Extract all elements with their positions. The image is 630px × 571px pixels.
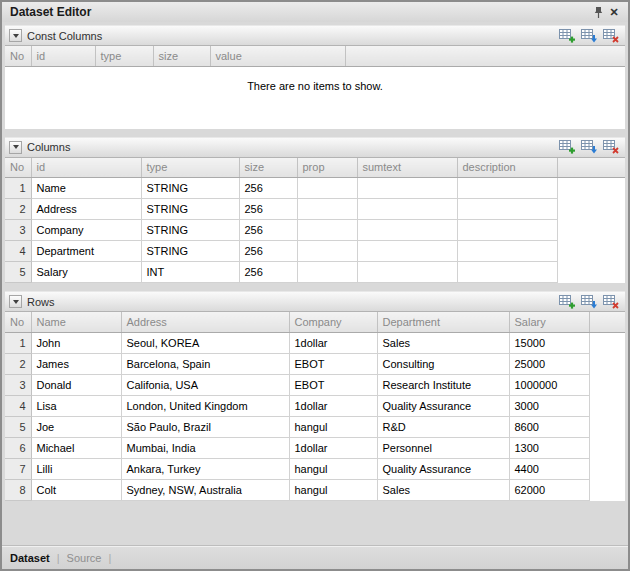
- cell[interactable]: 1dollar: [289, 332, 377, 353]
- insert-row-icon[interactable]: [580, 140, 597, 155]
- cell[interactable]: Sydney, NSW, Australia: [121, 479, 289, 500]
- cell[interactable]: 1300: [509, 437, 589, 458]
- cell[interactable]: [357, 220, 457, 241]
- delete-row-icon[interactable]: [602, 140, 619, 155]
- cell[interactable]: Seoul, KOREA: [121, 332, 289, 353]
- cell[interactable]: James: [31, 353, 121, 374]
- cell[interactable]: STRING: [141, 241, 239, 262]
- cell[interactable]: Mumbai, India: [121, 437, 289, 458]
- delete-row-icon[interactable]: [602, 294, 619, 309]
- cell[interactable]: 15000: [509, 332, 589, 353]
- cell[interactable]: STRING: [141, 199, 239, 220]
- cell[interactable]: 1dollar: [289, 395, 377, 416]
- cell[interactable]: Colt: [31, 479, 121, 500]
- cell[interactable]: Joe: [31, 416, 121, 437]
- cell[interactable]: São Paulo, Brazil: [121, 416, 289, 437]
- cell[interactable]: 3000: [509, 395, 589, 416]
- cell[interactable]: hangul: [289, 416, 377, 437]
- collapse-button[interactable]: [9, 29, 22, 42]
- cell[interactable]: [357, 241, 457, 262]
- insert-row-icon[interactable]: [580, 28, 597, 43]
- cell[interactable]: 256: [239, 241, 297, 262]
- cell[interactable]: [457, 178, 557, 199]
- cell[interactable]: [457, 199, 557, 220]
- column-header[interactable]: value: [210, 46, 345, 66]
- tab-source[interactable]: Source: [67, 552, 102, 564]
- cell[interactable]: [457, 262, 557, 283]
- cell[interactable]: [297, 178, 357, 199]
- cell[interactable]: Sales: [377, 479, 509, 500]
- column-header[interactable]: prop: [297, 158, 357, 178]
- column-header[interactable]: size: [153, 46, 210, 66]
- cell[interactable]: R&D: [377, 416, 509, 437]
- cell[interactable]: 4400: [509, 458, 589, 479]
- cell[interactable]: Consulting: [377, 353, 509, 374]
- cell[interactable]: John: [31, 332, 121, 353]
- cell[interactable]: Lisa: [31, 395, 121, 416]
- cell[interactable]: Quality Assurance: [377, 458, 509, 479]
- column-header[interactable]: id: [31, 46, 95, 66]
- pin-icon[interactable]: [590, 4, 606, 20]
- cell[interactable]: hangul: [289, 479, 377, 500]
- cell[interactable]: [357, 262, 457, 283]
- column-header[interactable]: No: [5, 158, 31, 178]
- cell[interactable]: EBOT: [289, 353, 377, 374]
- cell[interactable]: hangul: [289, 458, 377, 479]
- add-row-icon[interactable]: [558, 28, 575, 43]
- cell[interactable]: STRING: [141, 178, 239, 199]
- cell[interactable]: Donald: [31, 374, 121, 395]
- cell[interactable]: Lilli: [31, 458, 121, 479]
- column-header[interactable]: Company: [289, 312, 377, 332]
- collapse-button[interactable]: [9, 295, 22, 308]
- cell[interactable]: Ankara, Turkey: [121, 458, 289, 479]
- cell[interactable]: 8600: [509, 416, 589, 437]
- column-header[interactable]: size: [239, 158, 297, 178]
- cell[interactable]: 256: [239, 262, 297, 283]
- cell[interactable]: 1000000: [509, 374, 589, 395]
- column-header[interactable]: type: [95, 46, 153, 66]
- cell[interactable]: Califonia, USA: [121, 374, 289, 395]
- cell[interactable]: 256: [239, 178, 297, 199]
- add-row-icon[interactable]: [558, 294, 575, 309]
- cell[interactable]: 1dollar: [289, 437, 377, 458]
- column-header[interactable]: Department: [377, 312, 509, 332]
- column-header[interactable]: type: [141, 158, 239, 178]
- cell[interactable]: 25000: [509, 353, 589, 374]
- cell[interactable]: [297, 199, 357, 220]
- add-row-icon[interactable]: [558, 140, 575, 155]
- cell[interactable]: EBOT: [289, 374, 377, 395]
- cell[interactable]: Name: [31, 178, 141, 199]
- cell[interactable]: Salary: [31, 262, 141, 283]
- column-header[interactable]: Salary: [509, 312, 589, 332]
- tab-dataset[interactable]: Dataset: [10, 552, 50, 564]
- column-header[interactable]: No: [5, 46, 31, 66]
- column-header[interactable]: sumtext: [357, 158, 457, 178]
- cell[interactable]: 256: [239, 220, 297, 241]
- cell[interactable]: Address: [31, 199, 141, 220]
- collapse-button[interactable]: [9, 141, 22, 154]
- cell[interactable]: [297, 262, 357, 283]
- delete-row-icon[interactable]: [602, 28, 619, 43]
- cell[interactable]: Michael: [31, 437, 121, 458]
- cell[interactable]: Sales: [377, 332, 509, 353]
- cell[interactable]: [357, 178, 457, 199]
- cell[interactable]: [457, 220, 557, 241]
- column-header[interactable]: id: [31, 158, 141, 178]
- cell[interactable]: [357, 199, 457, 220]
- cell[interactable]: [297, 241, 357, 262]
- cell[interactable]: London, United Kingdom: [121, 395, 289, 416]
- cell[interactable]: Research Institute: [377, 374, 509, 395]
- cell[interactable]: Personnel: [377, 437, 509, 458]
- cell[interactable]: Company: [31, 220, 141, 241]
- cell[interactable]: Barcelona, Spain: [121, 353, 289, 374]
- cell[interactable]: STRING: [141, 220, 239, 241]
- close-icon[interactable]: ✕: [606, 4, 622, 20]
- cell[interactable]: 256: [239, 199, 297, 220]
- column-header[interactable]: description: [457, 158, 557, 178]
- cell[interactable]: 62000: [509, 479, 589, 500]
- cell[interactable]: Department: [31, 241, 141, 262]
- cell[interactable]: Quality Assurance: [377, 395, 509, 416]
- cell[interactable]: INT: [141, 262, 239, 283]
- column-header[interactable]: No: [5, 312, 31, 332]
- cell[interactable]: [457, 241, 557, 262]
